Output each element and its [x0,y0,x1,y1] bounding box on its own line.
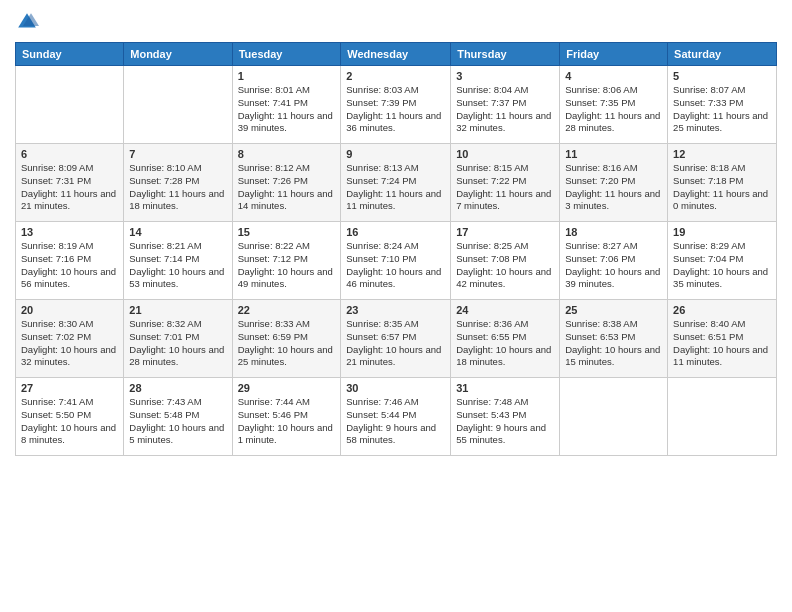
calendar-cell: 17Sunrise: 8:25 AM Sunset: 7:08 PM Dayli… [451,222,560,300]
day-number: 31 [456,382,554,394]
day-info: Sunrise: 8:38 AM Sunset: 6:53 PM Dayligh… [565,318,662,369]
day-number: 7 [129,148,226,160]
calendar-day-header: Saturday [668,43,777,66]
day-info: Sunrise: 8:22 AM Sunset: 7:12 PM Dayligh… [238,240,336,291]
calendar-cell: 16Sunrise: 8:24 AM Sunset: 7:10 PM Dayli… [341,222,451,300]
day-number: 23 [346,304,445,316]
calendar-cell: 24Sunrise: 8:36 AM Sunset: 6:55 PM Dayli… [451,300,560,378]
day-number: 26 [673,304,771,316]
calendar-cell: 7Sunrise: 8:10 AM Sunset: 7:28 PM Daylig… [124,144,232,222]
day-number: 6 [21,148,118,160]
day-number: 15 [238,226,336,238]
logo [15,10,43,34]
day-number: 28 [129,382,226,394]
calendar-cell: 22Sunrise: 8:33 AM Sunset: 6:59 PM Dayli… [232,300,341,378]
day-info: Sunrise: 8:03 AM Sunset: 7:39 PM Dayligh… [346,84,445,135]
calendar-cell: 11Sunrise: 8:16 AM Sunset: 7:20 PM Dayli… [560,144,668,222]
day-info: Sunrise: 8:13 AM Sunset: 7:24 PM Dayligh… [346,162,445,213]
day-info: Sunrise: 8:29 AM Sunset: 7:04 PM Dayligh… [673,240,771,291]
day-info: Sunrise: 8:35 AM Sunset: 6:57 PM Dayligh… [346,318,445,369]
day-info: Sunrise: 8:24 AM Sunset: 7:10 PM Dayligh… [346,240,445,291]
calendar-cell [16,66,124,144]
day-info: Sunrise: 8:01 AM Sunset: 7:41 PM Dayligh… [238,84,336,135]
calendar-cell: 4Sunrise: 8:06 AM Sunset: 7:35 PM Daylig… [560,66,668,144]
day-info: Sunrise: 8:27 AM Sunset: 7:06 PM Dayligh… [565,240,662,291]
day-info: Sunrise: 8:16 AM Sunset: 7:20 PM Dayligh… [565,162,662,213]
day-number: 9 [346,148,445,160]
calendar-day-header: Friday [560,43,668,66]
calendar-day-header: Wednesday [341,43,451,66]
day-info: Sunrise: 8:32 AM Sunset: 7:01 PM Dayligh… [129,318,226,369]
day-number: 22 [238,304,336,316]
day-number: 17 [456,226,554,238]
day-number: 30 [346,382,445,394]
calendar-cell: 29Sunrise: 7:44 AM Sunset: 5:46 PM Dayli… [232,378,341,456]
calendar-cell: 30Sunrise: 7:46 AM Sunset: 5:44 PM Dayli… [341,378,451,456]
day-number: 16 [346,226,445,238]
calendar-cell: 8Sunrise: 8:12 AM Sunset: 7:26 PM Daylig… [232,144,341,222]
day-info: Sunrise: 8:10 AM Sunset: 7:28 PM Dayligh… [129,162,226,213]
day-info: Sunrise: 8:09 AM Sunset: 7:31 PM Dayligh… [21,162,118,213]
calendar-cell [668,378,777,456]
calendar-cell: 9Sunrise: 8:13 AM Sunset: 7:24 PM Daylig… [341,144,451,222]
calendar-cell: 2Sunrise: 8:03 AM Sunset: 7:39 PM Daylig… [341,66,451,144]
day-number: 4 [565,70,662,82]
day-info: Sunrise: 8:18 AM Sunset: 7:18 PM Dayligh… [673,162,771,213]
day-info: Sunrise: 8:36 AM Sunset: 6:55 PM Dayligh… [456,318,554,369]
calendar-cell: 1Sunrise: 8:01 AM Sunset: 7:41 PM Daylig… [232,66,341,144]
calendar-cell: 13Sunrise: 8:19 AM Sunset: 7:16 PM Dayli… [16,222,124,300]
day-info: Sunrise: 8:12 AM Sunset: 7:26 PM Dayligh… [238,162,336,213]
day-number: 29 [238,382,336,394]
day-number: 10 [456,148,554,160]
day-info: Sunrise: 8:33 AM Sunset: 6:59 PM Dayligh… [238,318,336,369]
calendar-cell: 6Sunrise: 8:09 AM Sunset: 7:31 PM Daylig… [16,144,124,222]
day-info: Sunrise: 8:21 AM Sunset: 7:14 PM Dayligh… [129,240,226,291]
calendar-cell: 20Sunrise: 8:30 AM Sunset: 7:02 PM Dayli… [16,300,124,378]
calendar-cell: 28Sunrise: 7:43 AM Sunset: 5:48 PM Dayli… [124,378,232,456]
day-number: 3 [456,70,554,82]
calendar-cell: 5Sunrise: 8:07 AM Sunset: 7:33 PM Daylig… [668,66,777,144]
calendar-table: SundayMondayTuesdayWednesdayThursdayFrid… [15,42,777,456]
calendar-day-header: Monday [124,43,232,66]
day-number: 1 [238,70,336,82]
calendar-cell: 19Sunrise: 8:29 AM Sunset: 7:04 PM Dayli… [668,222,777,300]
calendar-cell: 31Sunrise: 7:48 AM Sunset: 5:43 PM Dayli… [451,378,560,456]
calendar-cell: 12Sunrise: 8:18 AM Sunset: 7:18 PM Dayli… [668,144,777,222]
day-number: 21 [129,304,226,316]
day-info: Sunrise: 7:44 AM Sunset: 5:46 PM Dayligh… [238,396,336,447]
day-number: 27 [21,382,118,394]
calendar-cell [124,66,232,144]
day-number: 20 [21,304,118,316]
calendar-day-header: Tuesday [232,43,341,66]
day-info: Sunrise: 8:06 AM Sunset: 7:35 PM Dayligh… [565,84,662,135]
day-info: Sunrise: 8:19 AM Sunset: 7:16 PM Dayligh… [21,240,118,291]
page-header [15,10,777,34]
calendar-cell: 25Sunrise: 8:38 AM Sunset: 6:53 PM Dayli… [560,300,668,378]
day-number: 13 [21,226,118,238]
day-info: Sunrise: 8:30 AM Sunset: 7:02 PM Dayligh… [21,318,118,369]
day-number: 5 [673,70,771,82]
calendar-cell: 23Sunrise: 8:35 AM Sunset: 6:57 PM Dayli… [341,300,451,378]
calendar-cell: 21Sunrise: 8:32 AM Sunset: 7:01 PM Dayli… [124,300,232,378]
calendar-cell: 3Sunrise: 8:04 AM Sunset: 7:37 PM Daylig… [451,66,560,144]
day-info: Sunrise: 8:07 AM Sunset: 7:33 PM Dayligh… [673,84,771,135]
calendar-cell: 26Sunrise: 8:40 AM Sunset: 6:51 PM Dayli… [668,300,777,378]
day-number: 8 [238,148,336,160]
day-info: Sunrise: 7:46 AM Sunset: 5:44 PM Dayligh… [346,396,445,447]
day-number: 14 [129,226,226,238]
day-info: Sunrise: 8:25 AM Sunset: 7:08 PM Dayligh… [456,240,554,291]
day-info: Sunrise: 8:15 AM Sunset: 7:22 PM Dayligh… [456,162,554,213]
day-number: 19 [673,226,771,238]
day-number: 25 [565,304,662,316]
day-info: Sunrise: 7:41 AM Sunset: 5:50 PM Dayligh… [21,396,118,447]
calendar-cell [560,378,668,456]
day-info: Sunrise: 7:43 AM Sunset: 5:48 PM Dayligh… [129,396,226,447]
day-info: Sunrise: 8:04 AM Sunset: 7:37 PM Dayligh… [456,84,554,135]
calendar-cell: 14Sunrise: 8:21 AM Sunset: 7:14 PM Dayli… [124,222,232,300]
day-number: 2 [346,70,445,82]
day-info: Sunrise: 7:48 AM Sunset: 5:43 PM Dayligh… [456,396,554,447]
calendar-cell: 15Sunrise: 8:22 AM Sunset: 7:12 PM Dayli… [232,222,341,300]
calendar-cell: 27Sunrise: 7:41 AM Sunset: 5:50 PM Dayli… [16,378,124,456]
calendar-day-header: Sunday [16,43,124,66]
day-info: Sunrise: 8:40 AM Sunset: 6:51 PM Dayligh… [673,318,771,369]
